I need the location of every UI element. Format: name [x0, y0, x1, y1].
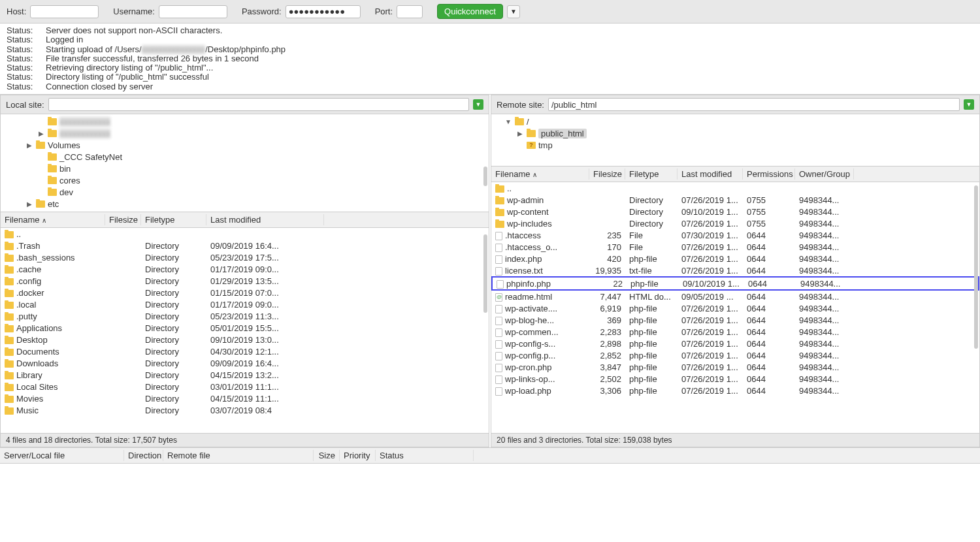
quickconnect-button[interactable]: Quickconnect	[437, 4, 503, 19]
col-filename[interactable]: Filename	[495, 169, 530, 179]
folder-icon	[5, 337, 14, 344]
folder-icon	[5, 290, 14, 297]
file-row[interactable]: .bash_sessions Directory 05/23/2019 17:5…	[1, 251, 489, 263]
file-row[interactable]: Downloads Directory 09/09/2019 16:4...	[1, 357, 489, 369]
file-row[interactable]: wp-blog-he... 369 php-file 07/26/2019 1.…	[491, 315, 979, 327]
remote-file-header[interactable]: Filename ∧ Filesize Filetype Last modifi…	[491, 167, 979, 182]
file-row[interactable]: wp-includes Directory 07/26/2019 1... 07…	[491, 217, 979, 229]
disclosure-arrow-icon[interactable]: ▶	[37, 130, 45, 137]
remote-site-input[interactable]	[548, 98, 960, 111]
file-row[interactable]: ..	[1, 228, 489, 240]
col-filetype[interactable]: Filetype	[625, 168, 678, 180]
tree-item[interactable]: ▶public_html	[491, 127, 979, 139]
tree-item[interactable]: ▶xxxxxxxxxxxx	[1, 127, 489, 139]
col-filesize[interactable]: Filesize	[589, 168, 625, 180]
file-size: 22	[591, 279, 627, 289]
col-filesize[interactable]: Filesize	[105, 214, 141, 225]
file-row[interactable]: index.php 420 php-file 07/26/2019 1... 0…	[491, 253, 979, 264]
file-row[interactable]: .local Directory 01/17/2019 09:0...	[1, 298, 489, 310]
tree-item[interactable]: cores	[1, 174, 489, 186]
col-lastmodified[interactable]: Last modified	[678, 168, 743, 180]
folder-icon	[5, 384, 14, 391]
local-site-label: Local site:	[6, 100, 44, 110]
file-row[interactable]: Desktop Directory 09/10/2019 13:0...	[1, 334, 489, 345]
tree-item[interactable]: _CCC SafetyNet	[1, 151, 489, 163]
disclosure-arrow-icon[interactable]: ▶	[25, 200, 33, 208]
file-row[interactable]: license.txt 19,935 txt-file 07/26/2019 1…	[491, 264, 979, 276]
file-name: wp-blog-he...	[505, 315, 554, 325]
file-row[interactable]: Music Directory 03/07/2019 08:4	[1, 404, 489, 416]
file-row[interactable]: Applications Directory 05/01/2019 15:5..…	[1, 322, 489, 334]
disclosure-arrow-icon[interactable]: ▼	[504, 118, 512, 125]
col-serverfile[interactable]: Server/Local file	[0, 450, 124, 461]
scrollbar-icon[interactable]	[483, 167, 487, 186]
file-row[interactable]: .Trash Directory 09/09/2019 16:4...	[1, 240, 489, 251]
disclosure-arrow-icon[interactable]: ▶	[25, 142, 33, 149]
file-row[interactable]: wp-commen... 2,283 php-file 07/26/2019 1…	[491, 327, 979, 338]
host-input[interactable]	[30, 5, 99, 18]
col-size[interactable]: Size	[314, 450, 340, 461]
col-lastmodified[interactable]: Last modified	[206, 214, 324, 225]
quickconnect-dropdown-icon[interactable]: ▼	[507, 5, 520, 18]
file-row[interactable]: .htaccess_o... 170 File 07/26/2019 1... …	[491, 241, 979, 253]
file-row[interactable]: wp-load.php 3,306 php-file 07/26/2019 1.…	[491, 385, 979, 397]
col-direction[interactable]: Direction	[124, 450, 163, 461]
file-row[interactable]: .htaccess 235 File 07/30/2019 1... 0644 …	[491, 229, 979, 241]
file-row[interactable]: .cache Directory 01/17/2019 09:0...	[1, 263, 489, 275]
file-row[interactable]: wp-activate.... 6,919 php-file 07/26/201…	[491, 302, 979, 314]
col-remotefile[interactable]: Remote file	[163, 450, 314, 461]
remote-tree[interactable]: ▼/▶public_html?tmp	[491, 114, 979, 167]
file-row[interactable]: wp-admin Directory 07/26/2019 1... 0755 …	[491, 194, 979, 206]
file-size: 235	[589, 231, 625, 240]
scrollbar-icon[interactable]	[483, 234, 487, 313]
file-type: Directory	[141, 241, 206, 251]
col-owner[interactable]: Owner/Group	[795, 168, 854, 180]
file-row[interactable]: phpinfo.php 22 php-file 09/10/2019 1... …	[491, 276, 979, 291]
file-row[interactable]: wp-links-op... 2,502 php-file 07/26/2019…	[491, 374, 979, 385]
file-permissions: 0644	[743, 362, 795, 372]
folder-icon	[36, 142, 45, 149]
file-row[interactable]: .putty Directory 05/23/2019 11:3...	[1, 310, 489, 322]
file-row[interactable]: wp-content Directory 09/10/2019 1... 075…	[491, 206, 979, 217]
username-input[interactable]	[159, 5, 227, 18]
remote-file-list[interactable]: .. wp-admin Directory 07/26/2019 1... 07…	[491, 182, 979, 433]
file-row[interactable]: .docker Directory 01/15/2019 07:0...	[1, 287, 489, 298]
port-input[interactable]	[397, 5, 423, 18]
local-tree[interactable]: xxxxxxxxxxxx▶xxxxxxxxxxxx▶Volumes_CCC Sa…	[1, 114, 489, 212]
password-input[interactable]	[286, 5, 361, 18]
file-row[interactable]: Documents Directory 04/30/2019 12:1...	[1, 345, 489, 357]
remote-site-dropdown-icon[interactable]: ▼	[964, 99, 974, 110]
col-filetype[interactable]: Filetype	[141, 214, 206, 225]
col-priority[interactable]: Priority	[340, 450, 376, 461]
file-row[interactable]: Local Sites Directory 03/01/2019 11:1...	[1, 381, 489, 392]
col-status[interactable]: Status	[376, 450, 474, 461]
file-type: File	[625, 231, 678, 240]
local-file-header[interactable]: Filename ∧ Filesize Filetype Last modifi…	[1, 212, 489, 228]
scrollbar-icon[interactable]	[974, 185, 978, 349]
file-type: Directory	[141, 370, 206, 380]
file-row[interactable]: wp-config.p... 2,852 php-file 07/26/2019…	[491, 350, 979, 362]
tree-item[interactable]: ?tmp	[491, 139, 979, 151]
file-row[interactable]: wp-config-s... 2,898 php-file 07/26/2019…	[491, 338, 979, 350]
file-row[interactable]: wp-cron.php 3,847 php-file 07/26/2019 1.…	[491, 362, 979, 374]
file-row[interactable]: Movies Directory 04/15/2019 11:1...	[1, 392, 489, 404]
disclosure-arrow-icon[interactable]: ▶	[516, 130, 524, 137]
file-row[interactable]: Library Directory 04/15/2019 13:2...	[1, 369, 489, 381]
tree-item[interactable]: dev	[1, 186, 489, 198]
tree-item[interactable]: ▶Volumes	[1, 139, 489, 151]
tree-item[interactable]: xxxxxxxxxxxx	[1, 116, 489, 127]
file-type: Directory	[141, 382, 206, 392]
tree-item[interactable]: ▼/	[491, 116, 979, 127]
file-owner: 9498344...	[796, 279, 855, 289]
local-site-dropdown-icon[interactable]: ▼	[473, 99, 483, 110]
tree-item[interactable]: ▶etc	[1, 198, 489, 210]
file-modified: 07/26/2019 1...	[678, 219, 743, 229]
col-filename[interactable]: Filename	[5, 215, 39, 225]
local-site-input[interactable]	[48, 98, 469, 111]
file-row[interactable]: .config Directory 01/29/2019 13:5...	[1, 275, 489, 287]
local-file-list[interactable]: .. .Trash Directory 09/09/2019 16:4....b…	[1, 228, 489, 433]
file-row[interactable]: readme.html 7,447 HTML do... 09/05/2019 …	[491, 291, 979, 302]
col-permissions[interactable]: Permissions	[743, 168, 795, 180]
tree-item[interactable]: bin	[1, 163, 489, 174]
file-row[interactable]: ..	[491, 182, 979, 194]
